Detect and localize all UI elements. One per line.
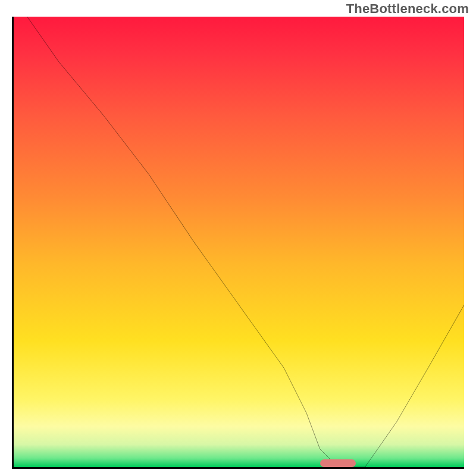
y-axis (12, 17, 14, 469)
optimal-range-marker (320, 459, 356, 467)
x-axis (12, 467, 464, 469)
watermark-text: TheBottleneck.com (346, 1, 469, 17)
plot-area (12, 17, 464, 469)
bottleneck-curve (14, 17, 464, 467)
chart-container: { "watermark": "TheBottleneck.com", "cha… (0, 0, 476, 476)
